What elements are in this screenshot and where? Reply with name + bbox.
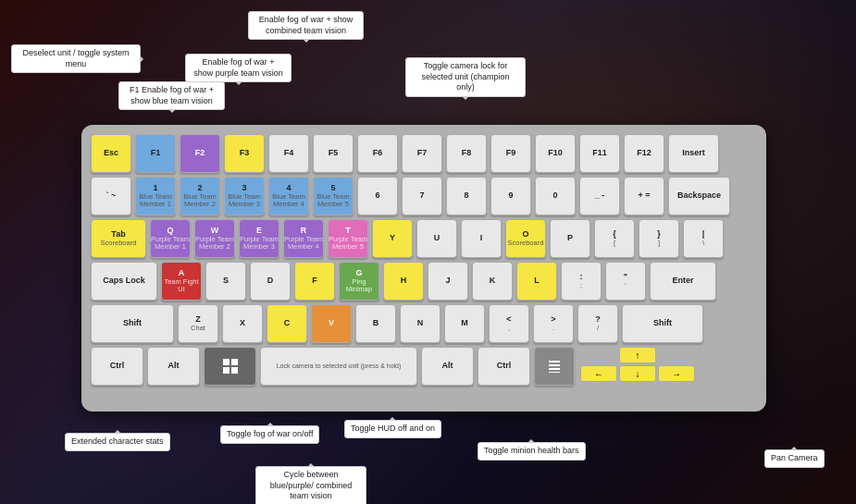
key-space[interactable]: Lock camera to selected unit (press & ho… [260,347,417,386]
key-4[interactable]: 4 Blue Team Member 4 [268,177,309,215]
key-backspace[interactable]: Backspace [668,177,730,215]
function-key-row: Esc F1 F2 F3 F4 F5 F6 F7 F8 F9 F10 [91,134,757,173]
key-lctrl[interactable]: Ctrl [91,347,143,386]
key-f7[interactable]: F7 [402,134,442,173]
key-f1[interactable]: F1 [135,134,176,173]
key-arrow-left[interactable]: ← [580,365,617,382]
key-minus[interactable]: _ - [579,177,620,215]
arrow-top-row: ↑ [580,347,695,363]
key-arrow-right[interactable]: → [658,365,695,382]
key-p[interactable]: P [550,219,590,258]
annotation-extended: Extended character stats [65,433,170,451]
bottom-key-row: Ctrl Alt Lock camera to selected unit (p… [91,347,757,386]
key-f4[interactable]: F4 [268,134,309,173]
key-lalt[interactable]: Alt [147,347,200,386]
key-y[interactable]: Y [372,219,413,258]
key-slash[interactable]: ? / [577,304,618,343]
key-h[interactable]: H [383,262,424,301]
key-c[interactable]: C [267,304,307,343]
asdf-key-row: Caps Lock A Team Fight UI S D F G Ping M… [91,262,757,301]
key-7[interactable]: 7 [402,177,442,215]
key-n[interactable]: N [400,304,440,343]
key-f11[interactable]: F11 [579,134,620,173]
key-lshift[interactable]: Shift [91,304,174,343]
key-x[interactable]: X [222,304,263,343]
key-b[interactable]: B [355,304,396,343]
key-f5[interactable]: F5 [313,134,354,173]
key-equals[interactable]: + = [624,177,664,215]
key-5[interactable]: 5 Blue Team Member 5 [313,177,354,215]
key-f9[interactable]: F9 [490,134,531,173]
key-pipe[interactable]: | \ [683,219,724,258]
svg-rect-5 [549,364,560,366]
key-w[interactable]: W Purple Team Member 2 [194,219,235,258]
key-a[interactable]: A Team Fight UI [161,262,202,301]
svg-rect-3 [231,367,238,374]
key-r[interactable]: R Purple Team Member 4 [283,219,324,258]
key-f2[interactable]: F2 [180,134,220,173]
key-f6[interactable]: F6 [357,134,398,173]
qwerty-key-row: Tab Scoreboard Q Purple Team Member 1 W … [91,219,757,258]
key-f12[interactable]: F12 [624,134,664,173]
key-m[interactable]: M [444,304,485,343]
number-key-row: ` ~ 1 Blue Team Member 1 2 Blue Team Mem… [91,177,757,215]
key-e[interactable]: E Purple Team Member 3 [239,219,279,258]
key-period[interactable]: > . [533,304,574,343]
key-rctrl[interactable]: Ctrl [478,347,530,386]
key-tab[interactable]: Tab Scoreboard [91,219,146,258]
key-9[interactable]: 9 [490,177,531,215]
svg-rect-1 [231,359,238,365]
key-2[interactable]: 2 Blue Team Member 2 [180,177,220,215]
annotation-fog-combined: Enable fog of war + show combined team v… [248,11,364,40]
key-fn[interactable] [534,347,575,386]
key-comma[interactable]: < , [489,304,529,343]
key-f[interactable]: F [294,262,335,301]
key-f8[interactable]: F8 [446,134,487,173]
key-rshift[interactable]: Shift [622,304,703,343]
annotation-pan-camera: Pan Camera [764,449,825,468]
key-semicolon[interactable]: : ; [561,262,602,301]
key-0[interactable]: 0 [535,177,576,215]
key-v[interactable]: V [311,304,352,343]
key-rbrace[interactable]: } ] [639,219,679,258]
annotation-cycle: Cycle between blue/purple/ combined team… [255,466,366,504]
svg-rect-0 [223,359,230,365]
annotation-fog-toggle: Toggle fog of war on/off [220,425,319,444]
key-ralt[interactable]: Alt [421,347,474,386]
key-enter[interactable]: Enter [650,262,716,301]
key-l[interactable]: L [516,262,557,301]
key-j[interactable]: J [428,262,468,301]
key-capslock[interactable]: Caps Lock [91,262,157,301]
key-lbrace[interactable]: { [ [594,219,635,258]
key-q[interactable]: Q Purple Team Member 1 [150,219,191,258]
key-i[interactable]: I [461,219,502,258]
annotation-fog-purple: Enable fog of war + show purple team vis… [185,54,292,82]
key-windows[interactable] [204,347,256,386]
key-t[interactable]: T Purple Team Member 5 [328,219,368,258]
key-1[interactable]: 1 Blue Team Member 1 [135,177,176,215]
key-u[interactable]: U [416,219,457,258]
key-backtick[interactable]: ` ~ [91,177,131,215]
key-arrow-down[interactable]: ↓ [619,365,656,382]
annotation-hud: Toggle HUD off and on [344,420,441,438]
key-quote[interactable]: " ' [605,262,646,301]
key-g[interactable]: G Ping Minimap [339,262,379,301]
key-arrow-up[interactable]: ↑ [619,347,656,363]
key-insert[interactable]: Insert [668,134,719,173]
key-s[interactable]: S [205,262,246,301]
arrow-keys-group: ↑ ← ↓ → [580,347,695,386]
svg-rect-7 [549,372,560,373]
key-z[interactable]: Z Chat [178,304,218,343]
key-8[interactable]: 8 [446,177,487,215]
key-6[interactable]: 6 [357,177,398,215]
key-f10[interactable]: F10 [535,134,576,173]
key-d[interactable]: D [250,262,291,301]
arrow-bottom-row: ← ↓ → [580,365,695,382]
key-3[interactable]: 3 Blue Team Member 3 [224,177,265,215]
key-k[interactable]: K [472,262,513,301]
annotation-camera-lock: Toggle camera lock for selected unit (ch… [405,57,526,97]
annotation-fog-blue: F1 Enable fog of war + show blue team vi… [118,81,225,110]
key-esc[interactable]: Esc [91,134,131,173]
key-o[interactable]: O Scoreboard [505,219,546,258]
key-f3[interactable]: F3 [224,134,265,173]
